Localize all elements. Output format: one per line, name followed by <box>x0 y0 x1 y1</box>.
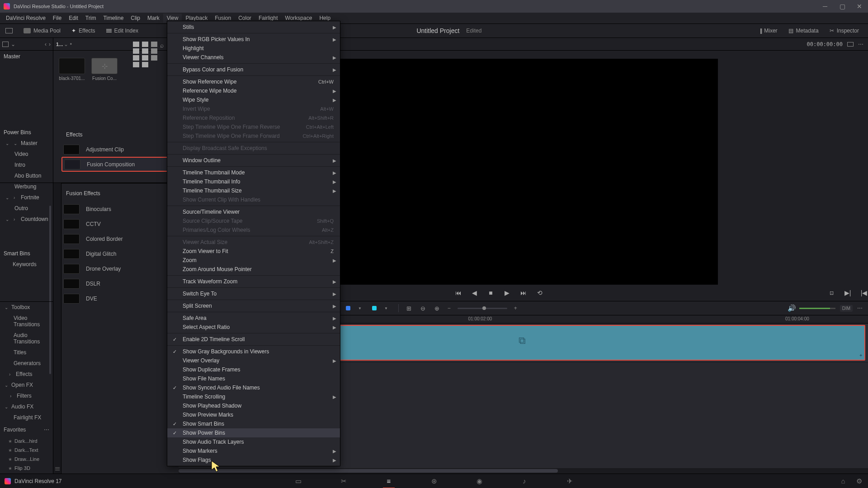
menu-item-reference-wipe-mode[interactable]: Reference Wipe Mode▶ <box>167 86 340 95</box>
flag-swatch-blue[interactable] <box>346 306 350 310</box>
menu-item-show-file-names[interactable]: Show File Names <box>167 374 340 383</box>
close-button[interactable]: ✕ <box>851 0 868 13</box>
in-button[interactable]: |◀ <box>860 289 868 296</box>
toolbox-audio-transitions[interactable]: Audio Transitions <box>0 330 53 347</box>
menu-item-show-playhead-shadow[interactable]: Show Playhead Shadow <box>167 401 340 410</box>
menu-item-switch-eye-to[interactable]: Switch Eye To▶ <box>167 289 340 298</box>
menu-item-source-timeline-viewer[interactable]: Source/Timeline Viewer <box>167 207 340 216</box>
edit-index-button[interactable]: Edit Index <box>101 25 144 37</box>
menu-item-select-aspect-ratio[interactable]: Select Aspect Ratio▶ <box>167 323 340 332</box>
bin-countdown[interactable]: ›Countdown <box>0 214 53 225</box>
list-view-icon[interactable] <box>151 42 157 47</box>
volume-slider[interactable] <box>799 308 835 309</box>
menu-item-enable-2d-timeline-scroll[interactable]: Enable 2D Timeline Scroll <box>167 335 340 344</box>
media-pool-button[interactable]: Media Pool <box>18 25 66 37</box>
menu-item-show-synced-audio-file-names[interactable]: Show Synced Audio File Names <box>167 383 340 392</box>
effect-dslr[interactable]: DSLR <box>61 276 177 291</box>
effects-button[interactable]: ✦Effects <box>66 25 100 37</box>
minimize-button[interactable]: ─ <box>816 0 834 13</box>
menu-item-timeline-thumbnail-info[interactable]: Timeline Thumbnail Info▶ <box>167 177 340 186</box>
menu-item-timeline-scrolling[interactable]: Timeline Scrolling▶ <box>167 392 340 401</box>
media-thumb[interactable]: ⊹Fusion Co... <box>91 58 118 81</box>
menu-trim[interactable]: Trim <box>82 14 100 23</box>
menu-item-show-audio-track-layers[interactable]: Show Audio Track Layers <box>167 437 340 446</box>
grid-small-icon[interactable] <box>133 42 139 47</box>
effect-dve[interactable]: DVE <box>61 291 177 306</box>
menu-item-show-power-bins[interactable]: Show Power Bins <box>167 428 340 437</box>
menu-mark[interactable]: Mark <box>144 14 163 23</box>
bin-master[interactable]: ⌄Master <box>0 138 53 149</box>
settings-icon[interactable]: ⚙ <box>854 477 863 485</box>
menu-item-show-duplicate-frames[interactable]: Show Duplicate Frames <box>167 365 340 374</box>
bin-werbung[interactable]: Werbung <box>0 181 53 192</box>
stop-button[interactable]: ■ <box>487 289 495 296</box>
fusion-page-icon[interactable]: ⊛ <box>429 477 439 485</box>
favorite-item[interactable]: Dark...hird <box>0 436 53 446</box>
first-frame-button[interactable]: ⏮ <box>454 289 462 296</box>
bin-fortnite[interactable]: ›Fortnite <box>0 192 53 203</box>
menu-edit[interactable]: Edit <box>65 14 82 23</box>
zoom-slider[interactable] <box>458 308 507 309</box>
menu-file[interactable]: File <box>49 14 65 23</box>
toolbox-video-transitions[interactable]: Video Transitions <box>0 313 53 330</box>
menu-item-show-rgb-picker-values-in[interactable]: Show RGB Picker Values In▶ <box>167 35 340 44</box>
match-frame-button[interactable]: ⊡ <box>827 290 835 296</box>
zoom-out-icon[interactable]: ⊖ <box>420 305 427 312</box>
dim-button[interactable]: DIM <box>840 305 853 312</box>
prev-frame-button[interactable]: ◀ <box>471 289 479 296</box>
effects-group[interactable]: ›Effects <box>0 369 53 380</box>
menu-item-show-smart-bins[interactable]: Show Smart Bins <box>167 419 340 428</box>
menu-item-timeline-thumbnail-size[interactable]: Timeline Thumbnail Size▶ <box>167 186 340 195</box>
inspector-button[interactable]: ✂Inspector <box>824 25 864 37</box>
menu-item-viewer-channels[interactable]: Viewer Channels▶ <box>167 53 340 62</box>
toolbox-titles[interactable]: Titles <box>0 347 53 358</box>
menu-item-viewer-overlay[interactable]: Viewer Overlay▶ <box>167 356 340 365</box>
last-frame-button[interactable]: ⏭ <box>519 289 528 296</box>
metadata-button[interactable]: ▤Metadata <box>783 25 824 37</box>
menu-item-split-screen[interactable]: Split Screen▶ <box>167 301 340 310</box>
timeline-scrollbar[interactable] <box>179 468 868 474</box>
viewer-canvas[interactable] <box>329 59 718 285</box>
filters-item[interactable]: ›Filters <box>0 390 53 401</box>
favorite-item[interactable]: Flip 3D <box>0 464 53 473</box>
bin-abo-button[interactable]: Abo Button <box>0 170 53 181</box>
media-thumb[interactable]: black-3701... <box>59 58 85 81</box>
loop-button[interactable]: ⟲ <box>536 289 544 296</box>
effect-cctv[interactable]: CCTV <box>61 216 177 231</box>
color-page-icon[interactable]: ◉ <box>475 477 484 485</box>
maximize-button[interactable]: ▢ <box>834 0 851 13</box>
search-icon[interactable] <box>160 42 166 47</box>
nav-back-icon[interactable]: ‹ <box>45 41 47 47</box>
edit-page-icon[interactable]: ≡ <box>384 477 393 485</box>
menu-item-show-reference-wipe[interactable]: Show Reference WipeCtrl+W <box>167 77 340 86</box>
toolbox-group[interactable]: ⌄Toolbox <box>0 302 53 313</box>
bin-outro[interactable]: Outro <box>0 203 53 214</box>
snap-icon[interactable]: ⊞ <box>406 305 413 312</box>
home-icon[interactable]: ⌂ <box>839 477 848 485</box>
menu-item-safe-area[interactable]: Safe Area▶ <box>167 314 340 323</box>
media-tab[interactable]: 1... <box>56 42 63 47</box>
marker-swatch-cyan[interactable] <box>372 306 377 310</box>
favorite-item[interactable]: Dark...Text <box>0 446 53 455</box>
mixer-button[interactable]: |||Mixer <box>755 25 783 37</box>
openfx-group[interactable]: ⌄Open FX <box>0 380 53 390</box>
layout-button[interactable] <box>0 25 18 36</box>
bin-intro[interactable]: Intro <box>0 160 53 170</box>
menu-item-track-waveform-zoom[interactable]: Track Waveform Zoom▶ <box>167 277 340 286</box>
menu-item-stills[interactable]: Stills▶ <box>167 23 340 32</box>
favorite-item[interactable]: Draw...Line <box>0 455 53 464</box>
menu-item-zoom-around-mouse-pointer[interactable]: Zoom Around Mouse Pointer <box>167 265 340 274</box>
deliver-page-icon[interactable]: ✈ <box>565 477 574 485</box>
effect-colored-border[interactable]: Colored Border <box>61 231 177 246</box>
menu-davinci-resolve[interactable]: DaVinci Resolve <box>2 14 49 23</box>
out-button[interactable]: ▶| <box>844 289 852 296</box>
media-page-icon[interactable]: ▭ <box>294 477 303 485</box>
menu-item-show-flags[interactable]: Show Flags▶ <box>167 455 340 465</box>
menu-item-wipe-style[interactable]: Wipe Style▶ <box>167 95 340 104</box>
cut-page-icon[interactable]: ✂ <box>339 477 348 485</box>
chevron-down-icon[interactable]: ⌄ <box>11 41 15 47</box>
menu-item-highlight[interactable]: Highlight <box>167 44 340 53</box>
keywords-bin[interactable]: Keywords <box>0 259 40 270</box>
fairlight-page-icon[interactable]: ♪ <box>520 477 529 485</box>
master-bin[interactable]: Master <box>0 51 53 62</box>
